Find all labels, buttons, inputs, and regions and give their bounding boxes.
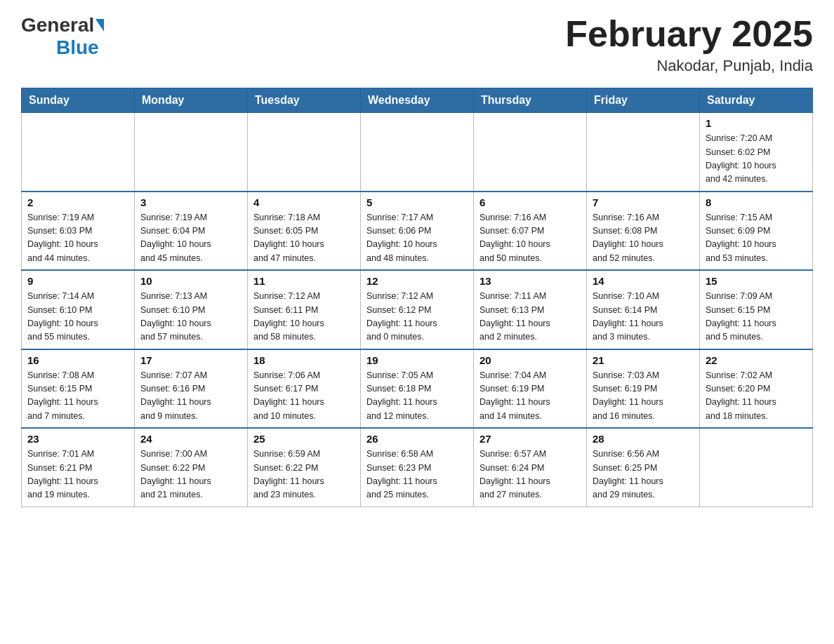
day-number: 3 [140,196,241,208]
calendar-cell: 26Sunrise: 6:58 AMSunset: 6:23 PMDayligh… [361,428,474,507]
day-number: 17 [140,354,241,366]
calendar-cell: 25Sunrise: 6:59 AMSunset: 6:22 PMDayligh… [248,428,361,507]
weekday-header-saturday: Saturday [700,88,813,113]
calendar-cell: 18Sunrise: 7:06 AMSunset: 6:17 PMDayligh… [248,349,361,429]
page-header: General Blue February 2025 Nakodar, Punj… [21,14,813,75]
calendar-cell [587,113,700,192]
day-number: 6 [479,196,581,208]
calendar-cell: 22Sunrise: 7:02 AMSunset: 6:20 PMDayligh… [700,349,813,429]
day-info: Sunrise: 7:01 AMSunset: 6:21 PMDaylight:… [27,448,128,502]
day-number: 10 [140,275,241,287]
day-number: 12 [366,275,468,287]
day-number: 21 [593,354,694,366]
day-info: Sunrise: 7:03 AMSunset: 6:19 PMDaylight:… [593,369,694,424]
day-info: Sunrise: 7:04 AMSunset: 6:19 PMDaylight:… [479,369,581,424]
day-info: Sunrise: 7:18 AMSunset: 6:05 PMDaylight:… [253,211,355,266]
calendar-cell: 4Sunrise: 7:18 AMSunset: 6:05 PMDaylight… [248,192,361,271]
weekday-header-friday: Friday [587,88,700,113]
calendar-cell [361,113,474,192]
day-number: 11 [253,275,355,287]
day-number: 13 [479,275,581,287]
location-label: Nakodar, Punjab, India [565,57,813,75]
calendar-cell: 6Sunrise: 7:16 AMSunset: 6:07 PMDaylight… [474,192,587,271]
calendar-cell: 21Sunrise: 7:03 AMSunset: 6:19 PMDayligh… [587,349,700,429]
day-number: 23 [27,433,128,445]
weekday-header-monday: Monday [135,88,248,113]
calendar-week-row: 9Sunrise: 7:14 AMSunset: 6:10 PMDaylight… [22,270,813,349]
day-info: Sunrise: 7:16 AMSunset: 6:08 PMDaylight:… [593,211,694,266]
calendar-cell: 3Sunrise: 7:19 AMSunset: 6:04 PMDaylight… [135,192,248,271]
calendar-week-row: 23Sunrise: 7:01 AMSunset: 6:21 PMDayligh… [22,428,813,507]
day-number: 18 [253,354,355,366]
day-info: Sunrise: 7:05 AMSunset: 6:18 PMDaylight:… [366,369,468,424]
calendar-cell [474,113,587,192]
day-info: Sunrise: 7:20 AMSunset: 6:02 PMDaylight:… [706,132,807,187]
day-number: 20 [479,354,581,366]
day-info: Sunrise: 7:10 AMSunset: 6:14 PMDaylight:… [593,290,694,344]
calendar-cell: 16Sunrise: 7:08 AMSunset: 6:15 PMDayligh… [22,349,135,429]
day-number: 2 [27,196,128,208]
month-title: February 2025 [565,14,813,54]
calendar-cell [248,113,361,192]
calendar-cell: 14Sunrise: 7:10 AMSunset: 6:14 PMDayligh… [587,270,700,349]
calendar-cell: 10Sunrise: 7:13 AMSunset: 6:10 PMDayligh… [135,270,248,349]
calendar-week-row: 16Sunrise: 7:08 AMSunset: 6:15 PMDayligh… [22,349,813,429]
day-info: Sunrise: 7:19 AMSunset: 6:03 PMDaylight:… [27,211,128,266]
title-block: February 2025 Nakodar, Punjab, India [565,14,813,75]
day-info: Sunrise: 7:16 AMSunset: 6:07 PMDaylight:… [479,211,581,266]
day-info: Sunrise: 7:09 AMSunset: 6:15 PMDaylight:… [706,290,807,344]
day-number: 27 [479,433,581,445]
day-number: 5 [366,196,468,208]
day-info: Sunrise: 7:11 AMSunset: 6:13 PMDaylight:… [479,290,581,344]
logo: General Blue [21,14,104,59]
day-number: 15 [706,275,807,287]
day-number: 4 [253,196,355,208]
calendar-cell: 20Sunrise: 7:04 AMSunset: 6:19 PMDayligh… [474,349,587,429]
weekday-header-sunday: Sunday [22,88,135,113]
weekday-header-thursday: Thursday [474,88,587,113]
day-number: 8 [706,196,807,208]
calendar-cell: 9Sunrise: 7:14 AMSunset: 6:10 PMDaylight… [22,270,135,349]
day-info: Sunrise: 7:19 AMSunset: 6:04 PMDaylight:… [140,211,241,266]
day-number: 19 [366,354,468,366]
day-number: 24 [140,433,241,445]
logo-blue-text: Blue [56,36,99,59]
weekday-header-tuesday: Tuesday [248,88,361,113]
day-number: 25 [253,433,355,445]
calendar-week-row: 2Sunrise: 7:19 AMSunset: 6:03 PMDaylight… [22,192,813,271]
calendar-cell: 28Sunrise: 6:56 AMSunset: 6:25 PMDayligh… [587,428,700,507]
calendar-cell [135,113,248,192]
calendar-cell: 11Sunrise: 7:12 AMSunset: 6:11 PMDayligh… [248,270,361,349]
calendar-cell: 12Sunrise: 7:12 AMSunset: 6:12 PMDayligh… [361,270,474,349]
calendar-cell: 19Sunrise: 7:05 AMSunset: 6:18 PMDayligh… [361,349,474,429]
day-info: Sunrise: 7:12 AMSunset: 6:11 PMDaylight:… [253,290,355,344]
calendar-cell: 23Sunrise: 7:01 AMSunset: 6:21 PMDayligh… [22,428,135,507]
day-info: Sunrise: 7:06 AMSunset: 6:17 PMDaylight:… [253,369,355,424]
calendar-cell: 17Sunrise: 7:07 AMSunset: 6:16 PMDayligh… [135,349,248,429]
day-info: Sunrise: 7:15 AMSunset: 6:09 PMDaylight:… [706,211,807,266]
calendar-cell: 15Sunrise: 7:09 AMSunset: 6:15 PMDayligh… [700,270,813,349]
day-info: Sunrise: 7:14 AMSunset: 6:10 PMDaylight:… [27,290,128,344]
calendar-cell: 1Sunrise: 7:20 AMSunset: 6:02 PMDaylight… [700,113,813,192]
calendar-cell [700,428,813,507]
day-info: Sunrise: 7:17 AMSunset: 6:06 PMDaylight:… [366,211,468,266]
day-info: Sunrise: 7:13 AMSunset: 6:10 PMDaylight:… [140,290,241,344]
calendar-week-row: 1Sunrise: 7:20 AMSunset: 6:02 PMDaylight… [22,113,813,192]
calendar-cell: 24Sunrise: 7:00 AMSunset: 6:22 PMDayligh… [135,428,248,507]
weekday-header-wednesday: Wednesday [361,88,474,113]
logo-general-text: General [21,14,94,36]
day-info: Sunrise: 7:12 AMSunset: 6:12 PMDaylight:… [366,290,468,344]
day-info: Sunrise: 6:56 AMSunset: 6:25 PMDaylight:… [593,448,694,502]
day-info: Sunrise: 7:08 AMSunset: 6:15 PMDaylight:… [27,369,128,424]
day-number: 1 [706,117,807,129]
calendar-cell: 5Sunrise: 7:17 AMSunset: 6:06 PMDaylight… [361,192,474,271]
day-number: 22 [706,354,807,366]
day-info: Sunrise: 7:02 AMSunset: 6:20 PMDaylight:… [706,369,807,424]
day-info: Sunrise: 6:58 AMSunset: 6:23 PMDaylight:… [366,448,468,502]
day-info: Sunrise: 7:00 AMSunset: 6:22 PMDaylight:… [140,448,241,502]
calendar-cell: 7Sunrise: 7:16 AMSunset: 6:08 PMDaylight… [587,192,700,271]
calendar-cell: 2Sunrise: 7:19 AMSunset: 6:03 PMDaylight… [22,192,135,271]
day-number: 14 [593,275,694,287]
day-number: 9 [27,275,128,287]
calendar-cell [22,113,135,192]
